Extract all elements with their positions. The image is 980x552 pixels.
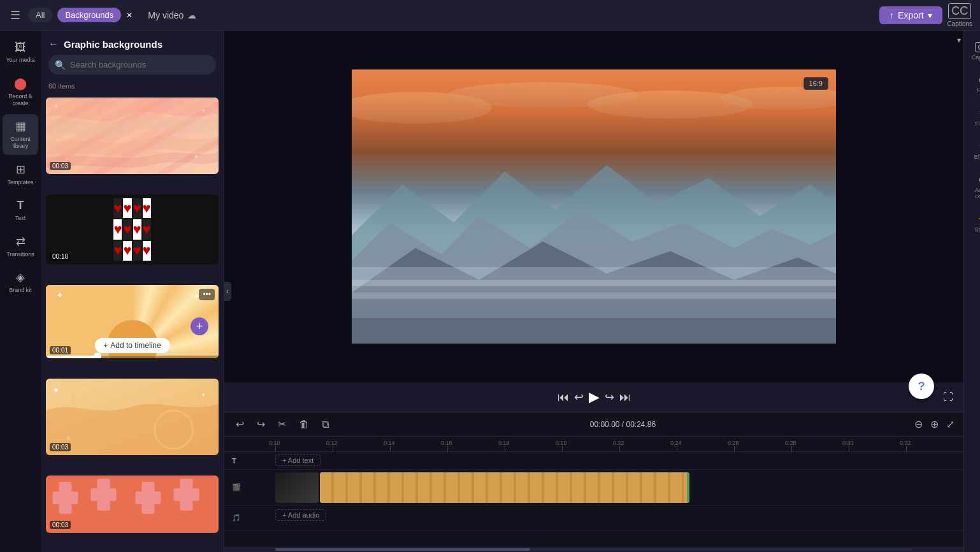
fullscreen-button[interactable]: ⛶	[943, 391, 953, 403]
play-button[interactable]: ▶	[586, 386, 602, 408]
audio-track-body[interactable]: + Add audio	[275, 505, 963, 530]
redo-button[interactable]: ↪	[253, 417, 269, 432]
speed-tool[interactable]: ⚡ Speed	[967, 208, 981, 236]
export-button[interactable]: ↑ Export ▾	[879, 6, 942, 24]
add-text-button[interactable]: + Add text	[275, 454, 321, 466]
tab-all[interactable]: All	[28, 8, 52, 22]
effects-tool[interactable]: ✦ Effects	[967, 136, 981, 164]
heart-cell: ♥	[113, 198, 122, 218]
top-bar-right: ↑ Export ▾ CC Captions	[879, 3, 972, 27]
add-audio-button[interactable]: + Add audio	[275, 509, 326, 521]
sidebar-item-your-media[interactable]: 🖼 Your media	[3, 36, 38, 69]
text-icon: T	[17, 199, 24, 212]
timeline-collapse-button[interactable]: ▾	[955, 33, 963, 47]
duplicate-button[interactable]: ⧉	[318, 418, 333, 432]
undo-button[interactable]: ↩	[232, 417, 248, 432]
bg2-timestamp: 00:10	[50, 252, 71, 261]
sidebar-item-brand-kit[interactable]: ◈ Brand kit	[3, 265, 38, 299]
sidebar-item-transitions[interactable]: ⇄ Transitions	[3, 229, 38, 263]
panel-back-button[interactable]: ←	[48, 38, 59, 50]
scrollbar-thumb[interactable]	[275, 548, 530, 551]
filters-tool[interactable]: ⚙ Filters	[967, 103, 981, 131]
record-create-icon: ⬤	[14, 76, 27, 91]
current-time: 00:00.00	[590, 420, 620, 429]
clip-pattern	[320, 472, 689, 503]
bg-item-4[interactable]: ✦ ✦ ✦ 00:03	[46, 379, 219, 455]
dark-clip[interactable]	[275, 472, 319, 503]
panel-title: Graphic backgrounds	[64, 39, 162, 50]
bg-item-5[interactable]: 00:03	[46, 476, 219, 533]
sidebar-item-content-library[interactable]: ▦ Content library	[3, 114, 38, 155]
sidebar-your-media-label: Your media	[6, 57, 34, 64]
bg-item-1[interactable]: ✦ ✦ ✦ 00:03	[46, 98, 219, 174]
content-library-icon: ▦	[15, 119, 26, 133]
cut-button[interactable]: ✂	[274, 417, 290, 432]
timeline-time: 00:00.00 / 00:24.86	[590, 420, 656, 429]
bg-item-2[interactable]: ♥ ♥ ♥ ♥ ♥ ♥ ♥ ♥ ♥ ♥ ♥ ♥ 00:10	[46, 194, 219, 265]
add-icon: +	[103, 341, 108, 350]
hamburger-button[interactable]: ☰	[8, 6, 23, 25]
svg-rect-17	[352, 293, 836, 318]
rewind-button[interactable]: ↩	[572, 388, 586, 407]
heart-cell: ♥	[133, 241, 141, 261]
collapse-panel-button[interactable]: ‹	[224, 282, 231, 301]
clip-right-handle[interactable]	[687, 472, 689, 503]
heart-cell: ♥	[123, 198, 131, 218]
delete-button[interactable]: 🗑	[295, 418, 313, 432]
zoom-in-button[interactable]: ⊕	[929, 417, 940, 432]
skip-back-button[interactable]: ⏮	[555, 388, 572, 407]
captions-cc-icon: CC	[948, 3, 971, 19]
skip-forward-button[interactable]: ⏭	[617, 388, 633, 407]
upload-icon: ↑	[890, 10, 894, 20]
transitions-icon: ⇄	[16, 235, 25, 249]
bg3-more-button[interactable]: •••	[199, 289, 215, 300]
timeline-scrollbar[interactable]	[224, 547, 963, 552]
scrollbar-track[interactable]	[275, 548, 912, 551]
fit-zoom-button[interactable]: ⤢	[945, 417, 956, 432]
sidebar-item-templates[interactable]: ⊞ Templates	[3, 157, 38, 191]
video-track-body[interactable]	[275, 470, 963, 505]
my-video-tab: My video ☁	[148, 10, 196, 20]
svg-rect-5	[91, 488, 117, 501]
tracks-container: T + Add text 🎬	[224, 452, 963, 547]
main-clip[interactable]	[320, 472, 689, 503]
search-container: 🔍	[48, 55, 216, 75]
cross-pattern-svg	[46, 476, 219, 533]
video-frame: 16:9	[352, 69, 836, 344]
heart-cell: ♥	[143, 198, 151, 218]
sidebar-item-text[interactable]: T Text	[3, 194, 38, 227]
video-background	[352, 69, 836, 344]
center-area: ‹	[224, 31, 963, 552]
captions-button[interactable]: CC Captions	[948, 3, 972, 27]
search-input[interactable]	[48, 55, 216, 75]
right-panel: CC Captions ◑ Fade ⚙ Filters ✦ Effects ◐…	[963, 31, 980, 552]
sidebar-content-library-label: Content library	[5, 136, 36, 150]
fast-forward-button[interactable]: ↪	[602, 388, 617, 407]
bg-item-3[interactable]: ✦ ✦ ••• 00:01 + Add to timeline + �	[46, 285, 219, 358]
text-track-body[interactable]: + Add text	[275, 452, 963, 469]
video-controls-wrapper: ⏮ ↩ ▶ ↪ ⏭ ⛶	[224, 382, 963, 412]
text-track-icon: T	[232, 457, 236, 465]
audio-track-icon: 🎵	[232, 514, 241, 522]
sidebar-item-record-create[interactable]: ⬤ Record &create	[3, 71, 38, 112]
main-area: 🖼 Your media ⬤ Record &create ▦ Content …	[0, 31, 980, 552]
video-preview: 16:9	[224, 31, 963, 382]
aspect-ratio-badge[interactable]: 16:9	[803, 77, 828, 90]
tab-backgrounds-close[interactable]: ✕	[126, 11, 133, 19]
fade-tool[interactable]: ◑ Fade	[967, 69, 981, 98]
help-button[interactable]: ?	[909, 374, 934, 399]
text-track-row: T + Add text	[224, 452, 963, 470]
templates-icon: ⊞	[16, 163, 25, 177]
audio-track-row: 🎵 + Add audio	[224, 505, 963, 531]
progress-handle[interactable]	[94, 352, 101, 358]
sidebar-brand-kit-label: Brand kit	[9, 287, 32, 294]
video-track-row: 🎬	[224, 470, 963, 505]
progress-track	[46, 356, 219, 358]
add-plus-circle[interactable]: +	[191, 317, 208, 335]
heart-cell: ♥	[113, 241, 122, 261]
adjust-colors-tool[interactable]: ◐ Adjust colors	[967, 169, 981, 203]
captions-tool[interactable]: CC Captions	[967, 38, 981, 64]
tab-backgrounds[interactable]: Backgrounds	[57, 8, 121, 22]
zoom-out-button[interactable]: ⊖	[913, 417, 924, 432]
add-to-timeline-button[interactable]: + Add to timeline	[94, 338, 169, 353]
